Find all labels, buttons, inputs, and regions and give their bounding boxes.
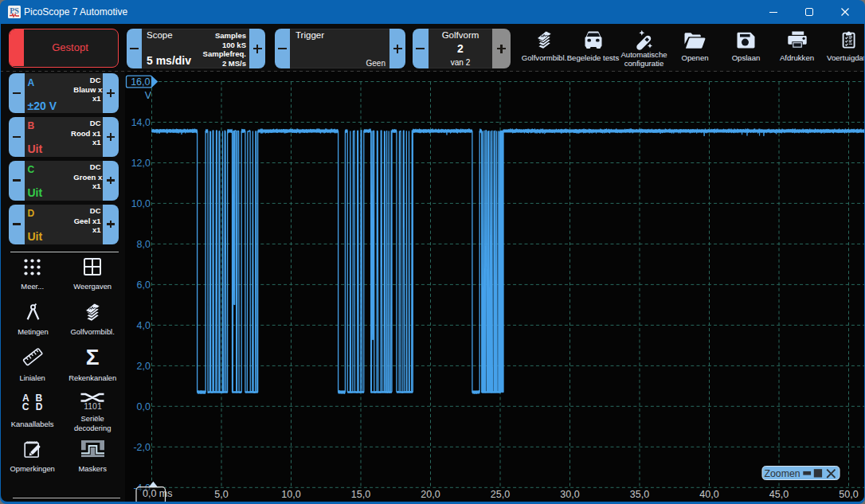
svg-text:50,0: 50,0 xyxy=(839,489,858,500)
svg-text:10,0: 10,0 xyxy=(131,198,151,209)
svg-text:2,0: 2,0 xyxy=(137,361,151,372)
svg-text:20,0: 20,0 xyxy=(421,489,440,500)
svg-text:10,0: 10,0 xyxy=(281,489,300,500)
svg-text:12,0: 12,0 xyxy=(131,158,151,169)
svg-text:0,0: 0,0 xyxy=(137,401,151,412)
svg-text:30,0: 30,0 xyxy=(560,489,579,500)
svg-text:4,0: 4,0 xyxy=(137,320,151,331)
svg-text:-2,0: -2,0 xyxy=(133,442,151,453)
svg-text:V: V xyxy=(145,90,152,101)
svg-text:6,0: 6,0 xyxy=(137,279,151,291)
svg-text:14,0: 14,0 xyxy=(131,117,151,128)
svg-text:Zoomen: Zoomen xyxy=(765,468,800,479)
svg-text:25,0: 25,0 xyxy=(491,489,510,500)
svg-text:5,0: 5,0 xyxy=(214,489,228,500)
svg-text:40,0: 40,0 xyxy=(699,489,718,500)
svg-text:15,0: 15,0 xyxy=(351,489,370,500)
svg-text:16,0: 16,0 xyxy=(131,76,150,88)
svg-text:45,0: 45,0 xyxy=(769,489,789,500)
svg-text:0,0 ms: 0,0 ms xyxy=(143,488,173,499)
svg-text:PS: PS xyxy=(10,6,19,15)
svg-text:1101: 1101 xyxy=(84,400,102,410)
svg-text:35,0: 35,0 xyxy=(630,489,649,500)
svg-text:8,0: 8,0 xyxy=(137,239,151,250)
